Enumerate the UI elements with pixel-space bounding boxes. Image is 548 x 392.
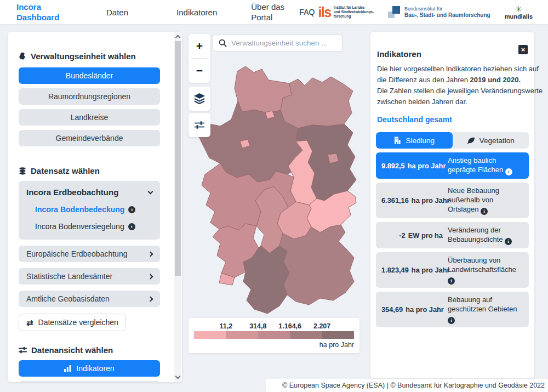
info-icon[interactable] bbox=[128, 206, 135, 213]
map-attribution: © European Space Agency (ESA) | © Bundes… bbox=[266, 379, 548, 392]
indicator-row-anstieg-baulich[interactable]: 9.892,5ha pro Jahr Anstieg baulich geprä… bbox=[376, 152, 529, 179]
building-icon bbox=[393, 137, 401, 144]
layers-button[interactable] bbox=[189, 87, 210, 111]
map-legend: 11,2 314,8 1.164,6 2.207 ha pro Jahr bbox=[189, 318, 359, 353]
legend-color-ramp bbox=[194, 331, 354, 339]
zoom-out-button[interactable]: − bbox=[189, 59, 210, 83]
ils-logo[interactable]: ils Institut für Landes- und Stadtentwic… bbox=[318, 5, 374, 19]
nav-logos: FAQ ils Institut für Landes- und Stadten… bbox=[299, 5, 548, 20]
scroll-up-icon[interactable] bbox=[175, 35, 181, 41]
dataset-group-statistische-landesaemter[interactable]: Statistische Landesämter bbox=[19, 268, 160, 285]
germany-map-icon bbox=[19, 52, 26, 60]
indicator-row-bebauungsdichte[interactable]: -2EW pro ha Veränderung der Bebauungsdic… bbox=[376, 222, 529, 248]
admin-button-raumordnungsregionen[interactable]: Raumordnungsregionen bbox=[19, 88, 160, 105]
legend-unit-label: ha pro Jahr bbox=[194, 341, 354, 349]
nav-link-ueber-das-portal[interactable]: Über das Portal bbox=[251, 2, 286, 22]
leaf-icon bbox=[467, 137, 475, 144]
indicators-panel: × Indikatoren Die hier vorgestellten Ind… bbox=[370, 32, 534, 378]
bbsr-squares-icon bbox=[388, 6, 400, 18]
bbsr-logo[interactable]: Bundesinstitut für Bau-, Stadt- und Raum… bbox=[388, 6, 490, 19]
chevron-right-icon bbox=[148, 296, 153, 302]
panel-description: Die hier vorgestellten Indikatoren bezie… bbox=[377, 64, 529, 107]
admin-button-landkreise[interactable]: Landkreise bbox=[19, 109, 160, 126]
view-button-indikatoren[interactable]: Indikatoren bbox=[19, 360, 160, 377]
tab-vegetation[interactable]: Vegetation bbox=[453, 132, 529, 149]
dataset-item-incora-bodenversiegelung[interactable]: Incora Bodenversiegelung bbox=[26, 222, 152, 231]
zoom-in-button[interactable]: + bbox=[189, 34, 210, 58]
indicator-row-ueberbauung-landwirtschaft[interactable]: 1.823,49ha pro Jahr Überbauung von Landw… bbox=[376, 252, 529, 288]
map-settings-button[interactable] bbox=[189, 113, 210, 137]
database-icon bbox=[19, 167, 26, 175]
info-icon[interactable] bbox=[481, 208, 488, 215]
admin-button-bundeslaender[interactable]: Bundesländer bbox=[19, 67, 160, 84]
left-sidebar: Verwaltungseinheit wählen Bundesländer R… bbox=[8, 32, 182, 382]
admin-section-heading: Verwaltungseinheit wählen bbox=[19, 52, 160, 61]
region-link-deutschland-gesamt[interactable]: Deutschland gesamt bbox=[377, 115, 452, 124]
view-section-heading: Datenansicht wählen bbox=[19, 345, 160, 355]
legend-tick-labels: 11,2 314,8 1.164,6 2.207 bbox=[194, 322, 354, 331]
ils-wordmark: ils bbox=[318, 7, 330, 18]
nav-links: Daten Indikatoren Über das Portal bbox=[106, 2, 286, 22]
dataset-item-incora-bodenbedeckung[interactable]: Incora Bodenbedeckung bbox=[26, 205, 152, 214]
info-icon[interactable] bbox=[505, 238, 512, 245]
nav-link-daten[interactable]: Daten bbox=[106, 8, 128, 17]
chevron-down-icon bbox=[148, 189, 153, 194]
top-nav: Incora Dashboard Daten Indikatoren Über … bbox=[0, 0, 548, 25]
chevron-right-icon bbox=[148, 251, 153, 257]
dataset-accordion: Incora Erdbeobachtung Incora Bodenbedeck… bbox=[19, 181, 160, 240]
admin-button-gemeindeverbaende[interactable]: Gemeindeverbände bbox=[19, 130, 160, 146]
indicator-tabs: Siedlung Vegetation bbox=[376, 132, 529, 149]
scroll-down-icon[interactable] bbox=[175, 374, 181, 379]
sliders-icon bbox=[194, 121, 205, 129]
search-icon bbox=[219, 39, 227, 47]
compare-arrows-icon: ⇄ bbox=[26, 319, 33, 327]
nav-link-faq[interactable]: FAQ bbox=[299, 8, 315, 16]
bar-chart-icon bbox=[64, 365, 71, 372]
panel-title: Indikatoren bbox=[377, 49, 529, 59]
state-mecklenburg-vorpommern[interactable] bbox=[281, 77, 353, 128]
layers-icon bbox=[193, 93, 206, 105]
view-button-partial[interactable] bbox=[19, 381, 160, 382]
mundialis-logo[interactable]: ✳ mundialis bbox=[505, 5, 533, 20]
sliders-icon bbox=[19, 346, 27, 354]
brand-logo[interactable]: Incora Dashboard bbox=[16, 2, 64, 22]
scrollbar-thumb[interactable] bbox=[175, 41, 181, 276]
bbsr-logo-text: Bundesinstitut für Bau-, Stadt- und Raum… bbox=[404, 6, 490, 19]
tab-siedlung[interactable]: Siedlung bbox=[376, 132, 453, 149]
germany-choropleth-map bbox=[185, 64, 366, 321]
info-icon[interactable] bbox=[448, 317, 455, 324]
indicator-row-geschuetzte-gebiete[interactable]: 354,69ha pro Jahr Bebauung auf geschützt… bbox=[376, 292, 529, 327]
sidebar-scrollbar[interactable] bbox=[174, 32, 181, 382]
compare-datasets-button[interactable]: ⇄ Datensätze vergleichen bbox=[19, 314, 126, 331]
info-icon[interactable] bbox=[505, 168, 512, 175]
chevron-right-icon bbox=[148, 274, 153, 279]
dataset-group-europaeische-erdbeobachtung[interactable]: Europäische Erdbeobachtung bbox=[19, 246, 160, 262]
map-search bbox=[213, 35, 342, 52]
close-icon[interactable]: × bbox=[518, 45, 528, 54]
nav-link-indikatoren[interactable]: Indikatoren bbox=[176, 8, 217, 17]
ils-logo-text: Institut für Landes- und Stadtentwicklun… bbox=[334, 5, 374, 19]
accordion-header-incora-erdbeobachtung[interactable]: Incora Erdbeobachtung bbox=[26, 188, 152, 197]
mundialis-star-icon: ✳ bbox=[515, 5, 522, 13]
dataset-section-heading: Datensatz wählen bbox=[19, 166, 160, 175]
dataset-group-amtliche-geobasisdaten[interactable]: Amtliche Geobasisdaten bbox=[19, 291, 160, 307]
info-icon[interactable] bbox=[448, 277, 455, 285]
search-input[interactable] bbox=[231, 39, 336, 47]
zoom-control: + − bbox=[189, 34, 210, 83]
info-icon[interactable] bbox=[128, 223, 135, 230]
indicator-row-neue-bebauung[interactable]: 6.361,16ha pro Jahr Neue Bebauung außerh… bbox=[376, 183, 529, 218]
